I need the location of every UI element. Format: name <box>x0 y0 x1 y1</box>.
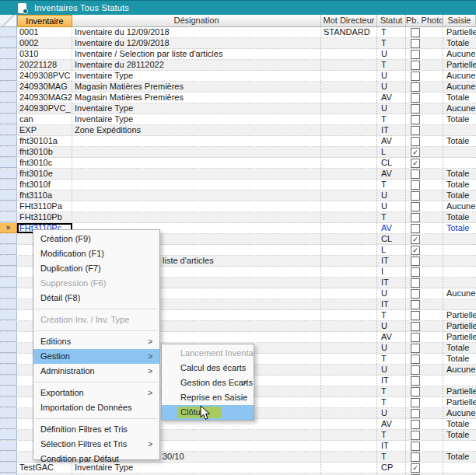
cell-saisie[interactable] <box>443 234 476 244</box>
cell-pb-photo[interactable] <box>406 190 443 201</box>
cell-mot-directeur[interactable] <box>321 430 377 440</box>
cell-mot-directeur[interactable] <box>321 212 377 222</box>
pb-photo-checkbox[interactable] <box>411 115 420 124</box>
pb-photo-checkbox[interactable] <box>411 126 420 135</box>
cell-designation[interactable] <box>72 180 321 190</box>
row-selector[interactable] <box>0 299 17 309</box>
cell-statut[interactable]: T <box>377 452 406 462</box>
cell-pb-photo[interactable] <box>406 27 443 37</box>
cell-pb-photo[interactable] <box>406 386 443 396</box>
cell-statut[interactable]: CL <box>377 234 406 244</box>
cell-inventaire[interactable]: fht3010f <box>17 180 72 190</box>
cell-inventaire[interactable]: 0002 <box>17 38 72 48</box>
cell-statut[interactable]: L <box>377 245 406 255</box>
pb-photo-checkbox[interactable] <box>411 409 420 418</box>
cell-inventaire[interactable]: can <box>17 114 72 124</box>
row-selector[interactable] <box>0 354 17 364</box>
cell-designation[interactable] <box>72 201 321 211</box>
cell-mot-directeur[interactable] <box>321 147 377 157</box>
cell-statut[interactable]: T <box>377 310 406 320</box>
pb-photo-checkbox[interactable] <box>411 61 420 70</box>
cell-mot-directeur[interactable] <box>321 93 377 103</box>
cell-mot-directeur[interactable] <box>321 419 377 429</box>
cell-designation[interactable]: Inventaire Type <box>72 71 321 81</box>
menu-item-modification-f1[interactable]: Modification (F1) <box>33 246 159 261</box>
cell-mot-directeur[interactable] <box>321 332 377 342</box>
cell-saisie[interactable]: Aucune <box>443 71 476 81</box>
cell-mot-directeur[interactable] <box>321 60 377 70</box>
cell-mot-directeur[interactable] <box>321 408 377 418</box>
cell-statut[interactable]: U <box>377 365 406 375</box>
cell-mot-directeur[interactable] <box>321 267 377 277</box>
pb-photo-checkbox[interactable] <box>411 202 420 211</box>
pb-photo-checkbox[interactable] <box>411 442 420 451</box>
menu-item-calcul-des-ecarts[interactable]: Calcul des écarts <box>162 361 254 375</box>
cell-saisie[interactable]: Totale <box>443 114 476 124</box>
cell-mot-directeur[interactable] <box>321 201 377 211</box>
cell-pb-photo[interactable] <box>406 93 443 103</box>
pb-photo-checkbox[interactable] <box>411 72 420 81</box>
cell-statut[interactable]: IT <box>377 299 406 309</box>
cell-saisie[interactable]: Partielle <box>443 321 476 331</box>
pb-photo-checkbox[interactable] <box>411 365 420 375</box>
row-selector[interactable] <box>0 452 17 462</box>
table-row[interactable]: 240930MAGMagasin Matières PremièresUAucu… <box>0 82 476 93</box>
table-row[interactable]: 240930MAG2Magasin Matières PremièresAVTo… <box>0 93 476 103</box>
pb-photo-checkbox[interactable] <box>411 28 420 37</box>
cell-inventaire[interactable]: fht30101a <box>17 136 72 146</box>
cell-statut[interactable]: T <box>377 114 406 124</box>
cell-pb-photo[interactable] <box>406 212 443 222</box>
table-row[interactable]: fht3010eAVTotale <box>0 169 476 180</box>
cell-pb-photo[interactable] <box>406 332 443 342</box>
cell-inventaire[interactable]: FHt3110Pa <box>17 201 72 211</box>
pb-photo-checkbox[interactable] <box>411 104 420 114</box>
cell-designation[interactable]: Inventaire Type <box>72 114 321 124</box>
cell-statut[interactable]: U <box>377 288 406 299</box>
cell-pb-photo[interactable] <box>406 169 443 179</box>
cell-saisie[interactable]: Totale <box>443 180 476 190</box>
cell-mot-directeur[interactable] <box>321 169 377 179</box>
cell-inventaire[interactable]: 240930MAG2 <box>17 93 72 103</box>
cell-saisie[interactable]: Aucune <box>443 82 476 92</box>
cell-statut[interactable]: U <box>377 201 406 211</box>
pb-photo-checkbox[interactable] <box>411 267 420 277</box>
row-selector[interactable] <box>0 103 17 114</box>
pb-photo-checkbox[interactable] <box>411 289 420 299</box>
pb-photo-checkbox[interactable] <box>411 180 420 190</box>
cell-mot-directeur[interactable] <box>321 397 377 407</box>
cell-inventaire[interactable]: 0310 <box>17 49 72 59</box>
cell-statut[interactable]: IT <box>377 375 406 386</box>
row-selector[interactable] <box>0 430 17 440</box>
menu-item-gestion[interactable]: Gestion> <box>33 349 159 364</box>
cell-pb-photo[interactable] <box>406 365 443 375</box>
cell-pb-photo[interactable] <box>406 278 443 288</box>
cell-mot-directeur[interactable] <box>321 386 377 396</box>
cell-designation[interactable] <box>72 190 321 201</box>
pb-photo-checkbox[interactable] <box>411 452 420 462</box>
cell-mot-directeur[interactable] <box>321 71 377 81</box>
cell-statut[interactable]: T <box>377 38 406 48</box>
pb-photo-checkbox[interactable] <box>411 333 420 342</box>
row-selector[interactable] <box>0 408 17 418</box>
pb-photo-checkbox[interactable] <box>411 355 420 364</box>
cell-mot-directeur[interactable] <box>321 114 377 124</box>
pb-photo-checkbox[interactable] <box>411 257 420 266</box>
cell-designation[interactable]: Inventaire Type <box>72 103 321 114</box>
cell-pb-photo[interactable] <box>406 430 443 440</box>
pb-photo-checkbox[interactable] <box>411 213 420 222</box>
cell-inventaire[interactable]: 2409308PVC <box>17 71 72 81</box>
row-selector[interactable] <box>0 49 17 59</box>
pb-photo-checkbox[interactable] <box>411 169 420 179</box>
cell-mot-directeur[interactable]: STANDARD <box>321 27 377 37</box>
cell-saisie[interactable]: Partielle <box>443 332 476 342</box>
cell-saisie[interactable]: Totale <box>443 93 476 103</box>
cell-pb-photo[interactable] <box>406 288 443 299</box>
row-selector[interactable] <box>0 38 17 48</box>
menu-item-importation-de-donnees[interactable]: Importation de Données <box>33 400 159 415</box>
cell-pb-photo[interactable] <box>406 299 443 309</box>
cell-saisie[interactable] <box>443 278 476 288</box>
cell-saisie[interactable]: Partielle <box>443 310 476 320</box>
cell-inventaire[interactable]: fht3010e <box>17 169 72 179</box>
menu-item-definition-filtres-et-tris[interactable]: Définition Filtres et Tris <box>33 422 159 437</box>
current-row-indicator[interactable]: » <box>0 223 17 233</box>
